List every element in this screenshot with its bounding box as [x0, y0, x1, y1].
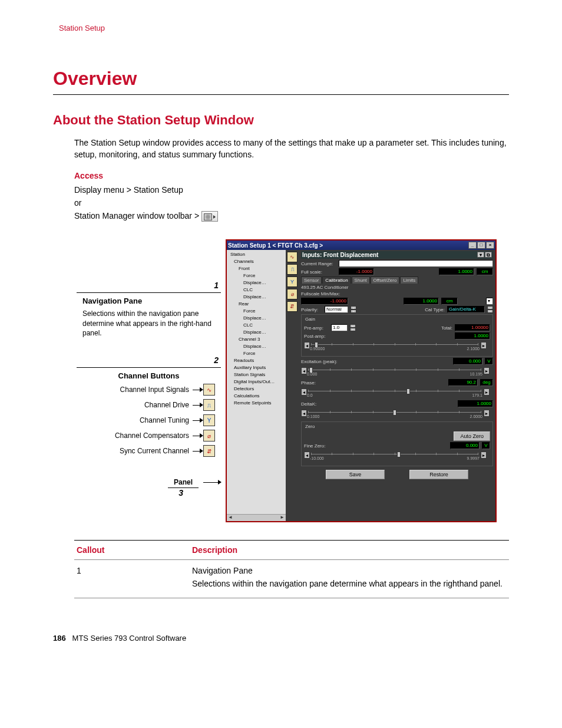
polarity-spin[interactable]: ▲▼ — [351, 306, 356, 313]
tree-item[interactable]: Force — [228, 272, 285, 279]
current-range-label: Current Range: — [301, 261, 336, 266]
page-title: Overview — [53, 68, 509, 95]
drive-button[interactable]: ⎍ — [287, 264, 297, 275]
tree-item[interactable]: Rear — [228, 301, 285, 308]
fullscale-unit[interactable]: cm — [441, 298, 458, 305]
fullscale-dropdown[interactable]: ▾ — [486, 298, 493, 305]
close-button[interactable]: × — [486, 242, 494, 249]
sync-button[interactable]: ⇵ — [287, 301, 297, 312]
label-sync: Sync Current Channel — [82, 447, 193, 455]
full-scale-unit: cm — [477, 268, 493, 275]
arrow-icon — [193, 433, 203, 439]
phase-label: Phase: — [301, 380, 325, 386]
tree-item[interactable]: Station — [228, 251, 285, 258]
tree-item[interactable]: CLC — [228, 286, 285, 294]
finezero-value: 0.000 — [450, 442, 480, 449]
tree-item[interactable]: Calculations — [228, 393, 285, 400]
deltak-min: 0.1000 — [307, 414, 319, 419]
tree-item[interactable]: Detectors — [228, 386, 285, 393]
tree-item[interactable]: Digital Inputs/Out… — [228, 378, 285, 386]
tree-item[interactable]: Force — [228, 350, 285, 357]
finezero-min: -10.000 — [310, 456, 324, 460]
preamp-spin[interactable]: ▲▼ — [350, 324, 356, 331]
tuning-icon: Y — [203, 414, 215, 426]
access-path-1: Display menu > Station Setup — [53, 185, 509, 195]
tab-shunt[interactable]: Shunt — [352, 276, 370, 284]
zero-group: Zero Auto Zero Fine Zero: 0.000 V ◄ — [301, 421, 493, 466]
excitation-min: 0.000 — [307, 372, 318, 376]
right-panel: Inputs: Front Displacement ▾ ⧉ Current R… — [299, 250, 495, 521]
callout-number-3: 3 — [178, 488, 183, 498]
tuning-button[interactable]: Y — [287, 276, 297, 287]
callout-number-2: 2 — [77, 355, 219, 365]
tree-item[interactable]: Displace… — [228, 343, 285, 350]
minimize-button[interactable]: _ — [468, 242, 477, 249]
polarity-select[interactable]: Normal — [325, 306, 348, 313]
tree-item[interactable]: Auxiliary Inputs — [228, 364, 285, 371]
tree-item[interactable]: Channels — [228, 258, 285, 265]
tab-calibration[interactable]: Calibration — [322, 276, 351, 284]
callout-number-1: 1 — [77, 281, 219, 290]
auto-zero-button[interactable]: Auto Zero — [454, 431, 490, 441]
phase-slider[interactable]: ◄ ► 0.0 179.1 — [301, 387, 493, 397]
fullscale-label: Fullscale Min/Max: — [301, 291, 493, 297]
annotation-panel: Panel — [77, 478, 221, 488]
window-titlebar: Station Setup 1 < FTGT Ch 3.cfg > _ □ × — [227, 241, 495, 250]
postamp-label: Post-amp: — [304, 334, 329, 339]
fullscale-hi[interactable]: 1.0000 — [404, 298, 439, 305]
page-number: 186 — [53, 634, 66, 643]
caltype-select[interactable]: Gain/Delta-K — [447, 306, 485, 313]
input-signals-icon: ∿ — [203, 384, 215, 396]
navigation-pane[interactable]: StationChannelsFrontForceDisplace…CLCDis… — [227, 250, 286, 521]
input-signals-button[interactable]: ∿ — [287, 252, 297, 262]
phase-value: 90.2 — [448, 379, 478, 386]
preamp-select[interactable]: 1.0 — [331, 324, 348, 331]
access-heading: Access — [53, 171, 509, 180]
tree-item[interactable]: Displace… — [228, 315, 285, 322]
polarity-label: Polarity: — [301, 307, 322, 312]
annotation-channel-title: Channel Buttons — [82, 371, 215, 380]
compensators-icon: ⌀ — [203, 430, 215, 442]
tree-item[interactable]: Force — [228, 308, 285, 315]
access-path-2-text: Station Manager window toolbar > — [74, 211, 199, 220]
excitation-slider[interactable]: ◄ ► 0.000 10.195 — [301, 366, 493, 375]
tree-item[interactable]: Channel 3 — [228, 336, 285, 343]
compensators-button[interactable]: ⌀ — [287, 289, 297, 299]
postamp-value: 1.0000 — [455, 332, 490, 340]
restore-button[interactable]: Restore — [409, 470, 468, 479]
tab-offsetzero[interactable]: Offset/Zero — [371, 276, 400, 284]
tab-limits[interactable]: Limits — [400, 276, 418, 284]
tree-item[interactable]: Readouts — [228, 357, 285, 364]
postamp-max: 2.1000 — [467, 347, 480, 351]
panel-tool-icon[interactable]: ⧉ — [485, 252, 492, 258]
tree-item[interactable]: Displace… — [228, 329, 285, 336]
deltak-slider[interactable]: ◄ ► 0.1000 2.0000 — [301, 409, 493, 418]
annotation-channel-buttons: Channel Buttons Channel Input Signals ∿ … — [77, 367, 221, 466]
fullscale-lo[interactable]: -1.0000 — [301, 298, 348, 305]
tree-item[interactable]: Displace… — [228, 294, 285, 301]
nav-scrollbar[interactable]: ◄► — [227, 514, 286, 521]
postamp-min: 0.90000 — [310, 347, 325, 351]
access-path-2: Station Manager window toolbar > — [53, 211, 509, 222]
annotation-row-drive: Channel Drive ⎍ — [82, 399, 215, 411]
drive-icon: ⎍ — [203, 399, 215, 411]
caltype-spin[interactable]: ▲▼ — [487, 306, 493, 313]
tree-item[interactable]: Front — [228, 265, 285, 272]
maximize-button[interactable]: □ — [477, 242, 485, 249]
postamp-slider[interactable]: ◄ ► 0.90000 2.1000 — [304, 341, 490, 350]
save-button[interactable]: Save — [326, 470, 385, 479]
finezero-slider[interactable]: ◄ ► -10.000 9.9997 — [304, 450, 490, 460]
annotation-row-tuning: Channel Tuning Y — [82, 414, 215, 426]
tree-item[interactable]: Displace… — [228, 279, 285, 286]
running-head: Station Setup — [59, 24, 509, 32]
panel-tool-icon[interactable]: ▾ — [477, 252, 484, 258]
tree-item[interactable]: Remote Setpoints — [228, 400, 285, 407]
current-range-select[interactable] — [339, 260, 493, 267]
tree-item[interactable]: CLC — [228, 322, 285, 329]
zero-label: Zero — [304, 424, 316, 429]
tab-sensor[interactable]: Sensor — [301, 276, 322, 284]
panel-title: Inputs: Front Displacement — [302, 252, 378, 258]
full-scale-label: Full scale: — [301, 269, 336, 275]
tree-item[interactable]: Station Signals — [228, 371, 285, 378]
intro-text: The Station Setup window provides access… — [53, 137, 509, 160]
